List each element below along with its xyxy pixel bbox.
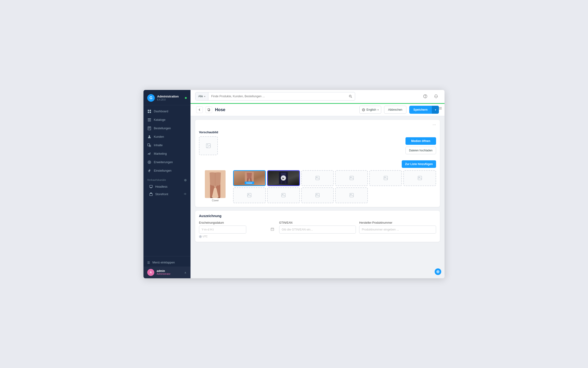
auszeichnung-form-row: Erscheinungsdatum i UTC — [199, 221, 436, 238]
vorschaubild-placeholder — [199, 136, 218, 155]
online-status-dot — [185, 97, 187, 99]
customers-icon — [147, 135, 151, 139]
search-bar: Alle ▾ — [195, 92, 355, 101]
svg-rect-3 — [149, 112, 151, 113]
auszeichnung-section: Auszeichnung Erscheinungsdatum — [195, 211, 440, 242]
sidebar-label-marketing: Marketing — [154, 152, 167, 155]
hersteller-group: Hersteller-Produktnummer — [359, 221, 436, 238]
search-submit-icon[interactable] — [346, 95, 355, 98]
media-cell-empty-1[interactable] — [301, 170, 334, 186]
vorschaubild-actions: Medien öffnen Dateien hochladen — [405, 137, 436, 154]
svg-rect-4 — [148, 119, 151, 119]
vorschaubild-label: Vorschaubild — [199, 130, 436, 134]
app-info: Administration 6.4.20.0 — [157, 95, 179, 101]
sales-channels-section: Verkaufskanäle ⊕ — [143, 175, 191, 183]
headless-icon — [149, 185, 153, 189]
auszeichnung-card: Auszeichnung Erscheinungsdatum — [195, 211, 440, 242]
svg-rect-15 — [149, 185, 152, 187]
empty-icon-6 — [276, 188, 290, 202]
sidebar-item-kataloge[interactable]: Kataloge — [143, 116, 191, 124]
sidebar-item-inhalte[interactable]: Inhalte — [143, 141, 191, 149]
lang-label: English — [367, 108, 376, 111]
upload-files-btn[interactable]: Dateien hochladen — [405, 147, 436, 154]
svg-rect-23 — [208, 109, 210, 110]
sidebar-item-headless[interactable]: Headless — [143, 183, 191, 191]
search-filter-dropdown[interactable]: Alle ▾ — [195, 92, 208, 100]
calendar-icon[interactable] — [271, 227, 274, 231]
help-icon-btn[interactable] — [421, 92, 429, 100]
empty-icon-8 — [345, 188, 359, 202]
search-input[interactable] — [208, 95, 346, 98]
sidebar-logo: G Administration 6.4.20.0 — [143, 90, 191, 105]
notifications-icon-btn[interactable] — [432, 92, 440, 100]
sidebar-bottom: ☰ Menü einklappen A admin Administrator … — [143, 256, 191, 278]
storefront-icon — [149, 192, 153, 196]
vorschaubild-body: Medien öffnen Dateien hochladen — [199, 136, 436, 155]
strip-list-icon[interactable] — [437, 105, 444, 112]
play-icon[interactable]: ▶ — [281, 175, 286, 181]
media-cell-cover[interactable]: Cover — [233, 170, 266, 186]
user-name: admin — [157, 269, 171, 273]
catalog-icon — [147, 118, 151, 122]
back-btn[interactable] — [196, 106, 203, 113]
media-cell-pants-large[interactable]: Cover — [199, 170, 232, 203]
card-header-dots[interactable]: ··· — [195, 120, 440, 127]
media-cell-highlighted[interactable]: ▶ — [267, 170, 300, 186]
svg-rect-9 — [149, 128, 150, 129]
sidebar-item-dashboard[interactable]: Dashboard — [143, 107, 191, 116]
svg-rect-0 — [148, 110, 149, 111]
save-dropdown-chevron-icon: ▾ — [435, 109, 436, 111]
svg-rect-1 — [149, 110, 151, 111]
cover-label-below: Cover — [212, 199, 219, 202]
svg-line-19 — [351, 97, 352, 98]
page-title: Hose — [215, 107, 225, 112]
empty-icon-5 — [242, 188, 256, 202]
sidebar-label-headless: Headless — [155, 185, 167, 188]
sidebar-item-marketing[interactable]: Marketing — [143, 149, 191, 158]
media-cell-empty-4[interactable] — [403, 170, 436, 186]
empty-icon-4 — [413, 171, 427, 185]
svg-rect-2 — [148, 112, 149, 113]
gtin-input[interactable] — [279, 226, 356, 234]
empty-icon-1 — [310, 171, 325, 185]
save-btn[interactable]: Speichern — [409, 106, 432, 114]
user-profile-row[interactable]: A admin Administrator ▲ — [143, 267, 191, 278]
user-expand-icon: ▲ — [184, 271, 187, 274]
sidebar-item-einstellungen[interactable]: Einstellungen — [143, 166, 191, 175]
gtin-group: GTIN/EAN — [279, 221, 356, 238]
svg-point-10 — [149, 135, 150, 137]
media-cell-empty-3[interactable] — [369, 170, 402, 186]
media-cell-empty-6[interactable] — [267, 187, 300, 203]
open-media-btn[interactable]: Medien öffnen — [405, 137, 436, 145]
svg-point-28 — [207, 145, 208, 145]
svg-rect-6 — [148, 121, 151, 121]
media-cell-empty-7[interactable] — [301, 187, 334, 203]
media-grid-section: Cover Cover — [195, 170, 440, 207]
orders-icon — [147, 126, 151, 130]
storefront-visibility-icon[interactable]: 👁 — [184, 192, 187, 196]
sidebar-item-bestellungen[interactable]: Bestellungen — [143, 124, 191, 133]
pants-img-container: Cover — [199, 170, 232, 202]
erscheinungsdatum-label: Erscheinungsdatum — [199, 221, 276, 224]
language-select[interactable]: English ▾ — [359, 106, 381, 114]
cancel-btn[interactable]: Abbrechen — [384, 106, 406, 114]
erscheinungsdatum-input[interactable] — [199, 226, 246, 234]
media-cell-empty-8[interactable] — [335, 187, 368, 203]
empty-icon-2 — [345, 171, 359, 185]
zur-liste-btn[interactable]: Zur Liste hinzufügen — [402, 160, 436, 168]
sidebar-label-inhalte: Inhalte — [154, 144, 163, 147]
add-sales-channel-icon[interactable]: ⊕ — [184, 178, 187, 182]
copy-btn[interactable] — [206, 106, 212, 113]
app-version: 6.4.20.0 — [157, 98, 179, 101]
hersteller-input[interactable] — [359, 226, 436, 234]
sidebar-item-kunden[interactable]: Kunden — [143, 133, 191, 141]
sidebar-item-erweiterungen[interactable]: Erweiterungen — [143, 158, 191, 166]
topbar: Alle ▾ — [191, 90, 445, 103]
logo-icon: G — [147, 94, 155, 102]
media-cell-empty-5[interactable] — [233, 187, 266, 203]
media-cell-empty-2[interactable] — [335, 170, 368, 186]
sidebar-item-storefront[interactable]: Storefront 👁 — [143, 191, 191, 198]
sidebar-label-storefront: Storefront — [155, 193, 168, 196]
collapse-menu-btn[interactable]: ☰ Menü einklappen — [143, 259, 191, 267]
svg-rect-17 — [149, 193, 152, 196]
